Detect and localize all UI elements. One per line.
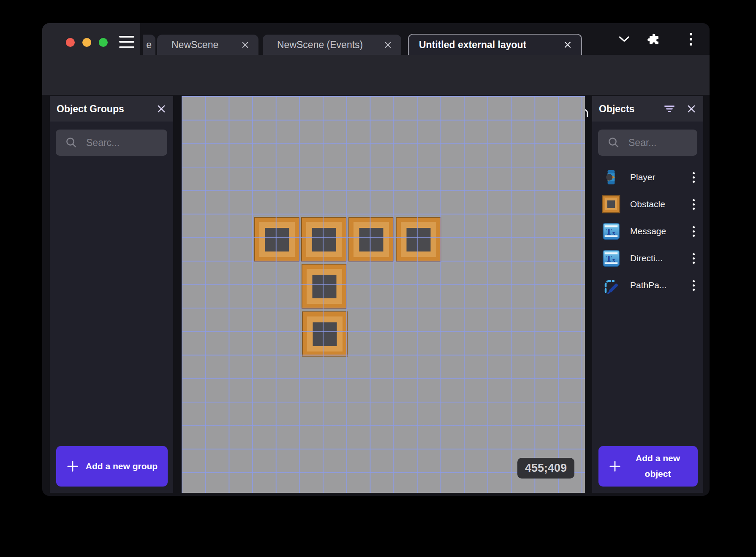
path-paint-icon xyxy=(601,276,621,295)
close-icon[interactable] xyxy=(241,41,249,49)
obstacle-instance[interactable] xyxy=(254,217,300,262)
object-menu-dots-icon[interactable] xyxy=(690,224,697,239)
close-icon[interactable] xyxy=(156,104,166,114)
plus-icon xyxy=(66,460,79,473)
titlebar: e NewScene NewScene (Events) Untitled ex… xyxy=(42,23,710,55)
close-icon[interactable] xyxy=(686,104,696,114)
object-menu-dots-icon[interactable] xyxy=(690,170,697,185)
search-icon xyxy=(65,136,78,149)
object-row-pathpaint[interactable]: PathPa... xyxy=(592,272,703,299)
tab-newscene-events[interactable]: NewScene (Events) xyxy=(263,35,401,55)
svg-text:T: T xyxy=(606,253,612,264)
scene-canvas[interactable]: 455;409 xyxy=(182,96,585,493)
objects-header: Objects xyxy=(592,96,703,122)
gdevelop-window: e NewScene NewScene (Events) Untitled ex… xyxy=(42,23,710,496)
search-icon xyxy=(607,136,620,149)
object-row-directions[interactable]: Tx Directi... xyxy=(592,245,703,272)
object-row-player[interactable]: Player xyxy=(592,164,703,191)
cursor-coordinates-badge: 455;409 xyxy=(517,458,574,479)
toolbar: Preview Publish xyxy=(42,55,710,95)
tab-untitled-external-layout[interactable]: Untitled external layout xyxy=(408,34,582,55)
object-menu-dots-icon[interactable] xyxy=(690,251,697,266)
close-icon[interactable] xyxy=(563,41,572,49)
tab-label: NewScene (Events) xyxy=(263,39,363,51)
more-dots-icon[interactable] xyxy=(689,23,693,55)
window-minimize-icon[interactable] xyxy=(82,38,91,47)
svg-text:x: x xyxy=(612,230,616,236)
object-menu-dots-icon[interactable] xyxy=(690,278,697,293)
add-group-button[interactable]: Add a new group xyxy=(56,446,168,487)
add-object-button[interactable]: Add a new object xyxy=(598,446,698,487)
tab-newscene[interactable]: NewScene xyxy=(157,35,258,55)
obstacle-instance[interactable] xyxy=(302,264,347,309)
obstacle-instance[interactable] xyxy=(302,311,348,357)
object-label: Directi... xyxy=(630,253,663,263)
plus-icon xyxy=(609,460,621,473)
canvas-grid xyxy=(182,96,585,493)
filter-icon[interactable] xyxy=(664,105,675,113)
close-icon[interactable] xyxy=(384,41,392,49)
object-label: Message xyxy=(630,226,666,236)
objects-panel: Objects Player xyxy=(592,96,703,493)
chevron-down-icon[interactable] xyxy=(619,23,630,55)
object-label: Obstacle xyxy=(630,199,665,209)
player-sprite-icon xyxy=(601,169,621,186)
object-row-obstacle[interactable]: Obstacle xyxy=(592,191,703,218)
desktop: e NewScene NewScene (Events) Untitled ex… xyxy=(0,0,756,557)
obstacle-instance[interactable] xyxy=(301,217,347,262)
object-search-box xyxy=(598,130,697,156)
obstacle-sprite-icon xyxy=(601,195,621,214)
obstacle-instance[interactable] xyxy=(396,217,441,262)
tab-label: e xyxy=(146,39,152,51)
text-object-icon: Tx xyxy=(601,249,621,267)
window-zoom-icon[interactable] xyxy=(99,38,108,47)
group-search-input[interactable] xyxy=(86,137,164,149)
svg-text:x: x xyxy=(612,257,616,263)
obstacle-instance[interactable] xyxy=(348,217,394,262)
object-label: Player xyxy=(630,172,655,182)
group-search-box xyxy=(56,130,167,156)
tab-label: Untitled external layout xyxy=(409,39,526,51)
object-groups-header: Object Groups xyxy=(50,96,173,122)
svg-text:T: T xyxy=(606,226,612,237)
object-groups-panel: Object Groups Add a new group xyxy=(50,96,173,493)
window-close-icon[interactable] xyxy=(66,38,75,47)
object-search-input[interactable] xyxy=(628,137,697,149)
text-object-icon: Tx xyxy=(601,222,621,240)
panel-title: Objects xyxy=(599,103,634,115)
object-list: Player Obstacle Tx Message xyxy=(592,164,703,299)
tab-label: NewScene xyxy=(157,39,218,51)
object-menu-dots-icon[interactable] xyxy=(690,197,697,212)
window-controls xyxy=(66,38,108,47)
extensions-puzzle-icon[interactable] xyxy=(647,23,661,55)
hamburger-icon[interactable] xyxy=(119,36,134,48)
add-group-label: Add a new group xyxy=(79,459,168,474)
panel-title: Object Groups xyxy=(57,103,124,115)
add-object-label: Add a new object xyxy=(621,451,698,482)
object-row-message[interactable]: Tx Message xyxy=(592,218,703,245)
tab-clipped[interactable]: e xyxy=(143,35,155,55)
object-label: PathPa... xyxy=(630,280,666,290)
